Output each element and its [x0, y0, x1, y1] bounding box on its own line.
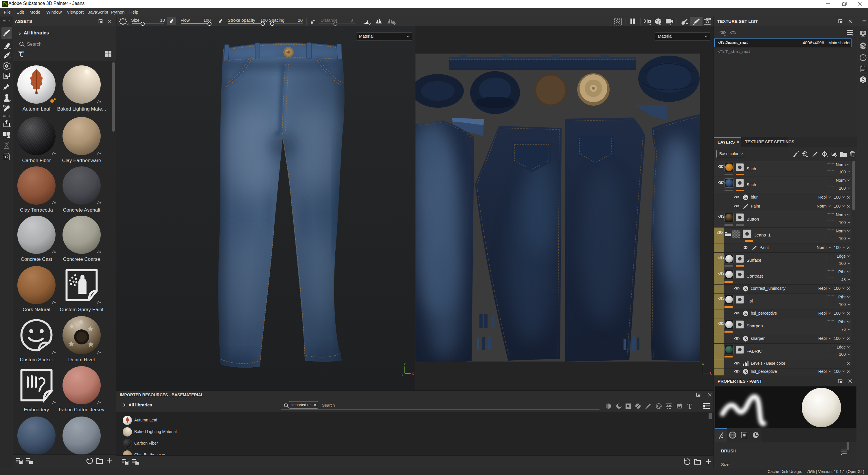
svg-text:z: z: [402, 374, 403, 376]
svg-text:X: X: [412, 372, 414, 376]
svg-text:Y: Y: [404, 362, 406, 366]
svg-text:1: 1: [732, 31, 734, 34]
svg-text:U: U: [710, 372, 712, 375]
svg-text:V: V: [702, 363, 704, 366]
